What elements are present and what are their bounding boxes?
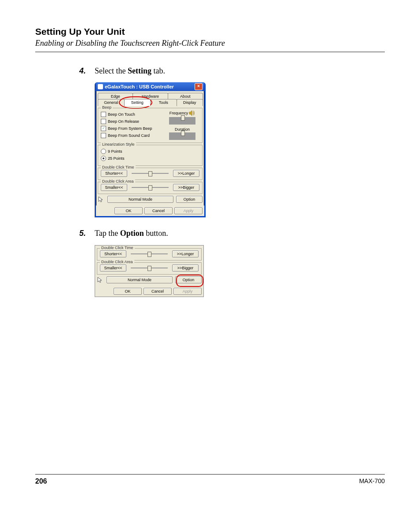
lbl-frequency: Frequency — [169, 111, 188, 115]
group-beep-legend: Beep — [101, 105, 113, 110]
step-5-text-bold: Option — [120, 229, 144, 238]
group-double-click-area-2: Double Click Area Smaller<< >>Bigger — [97, 262, 202, 275]
cursor-icon-2 — [97, 276, 104, 283]
btn-apply[interactable]: Apply — [174, 207, 203, 214]
slider-dca-2[interactable] — [131, 268, 168, 268]
btn-bigger-2[interactable]: >>Bigger — [172, 264, 199, 272]
svg-marker-0 — [189, 110, 192, 116]
chk-beep-soundcard[interactable] — [101, 133, 106, 138]
dialog-button-row: OK Cancel Apply — [96, 205, 204, 216]
btn-longer[interactable]: >>Longer — [173, 170, 199, 177]
step-4: 4. Select the Setting tab. — [35, 66, 385, 76]
group-double-click-area: Double Click Area Smaller<< >>Bigger — [98, 182, 203, 194]
step-5-text-pre: Tap the — [95, 229, 120, 238]
slider-frequency[interactable] — [169, 117, 195, 125]
step-4-text-bold: Setting — [128, 66, 151, 75]
window-title: eGalaxTouch : USB Controller — [105, 82, 174, 91]
step-4-number: 4. — [79, 66, 86, 76]
btn-normal-mode[interactable]: Normal Mode — [107, 196, 173, 203]
btn-ok[interactable]: OK — [114, 207, 143, 214]
group-dct-legend: Double Click Time — [101, 165, 136, 169]
lbl-25-points: 25 Points — [108, 156, 125, 161]
btn-shorter-2[interactable]: Shorter<< — [100, 250, 126, 257]
radio-9-points[interactable] — [101, 149, 106, 154]
btn-ok-2[interactable]: OK — [114, 288, 142, 295]
cursor-icon — [98, 196, 105, 203]
chk-beep-system[interactable]: ✓ — [101, 126, 106, 131]
tab-display[interactable]: Display — [177, 99, 203, 106]
btn-option[interactable]: Option — [176, 196, 203, 203]
btn-cancel[interactable]: Cancel — [144, 207, 173, 214]
tab-strip: Edge Compensation Hardware About General… — [98, 93, 203, 106]
dialog-button-row-2: OK Cancel Apply — [95, 286, 203, 297]
btn-cancel-2[interactable]: Cancel — [144, 288, 172, 295]
step-5-text-post: button. — [144, 229, 168, 238]
lbl-beep-system: Beep From System Beep — [108, 126, 152, 131]
group-double-click-time-2: Double Click Time Shorter<< >>Longer — [97, 248, 202, 261]
group-dca-legend-2: Double Click Area — [100, 260, 134, 264]
screenshot-dialog-1: eGalaxTouch : USB Controller × Edge Comp… — [95, 82, 206, 217]
group-linearization: Linearization Style 9 Points 25 Points — [98, 145, 203, 166]
step-5: 5. Tap the Option button. — [35, 228, 385, 238]
page-number: 206 — [35, 477, 47, 485]
group-dca-legend: Double Click Area — [101, 179, 135, 183]
lbl-9-points: 9 Points — [108, 149, 122, 154]
step-4-text-pre: Select the — [95, 66, 128, 75]
tab-setting[interactable]: Setting — [124, 99, 151, 106]
btn-normal-mode-2[interactable]: Normal Mode — [107, 276, 173, 283]
slider-duration[interactable] — [169, 132, 195, 140]
group-beep: Beep Beep On Touch Beep On Release ✓Beep… — [98, 108, 203, 143]
btn-bigger[interactable]: >>Bigger — [173, 184, 199, 191]
btn-smaller[interactable]: Smaller<< — [101, 184, 127, 191]
section-title: Enabling or Disabling the Touchscreen Ri… — [35, 39, 385, 48]
lbl-beep-on-touch: Beep On Touch — [108, 112, 135, 117]
step-4-text-post: tab. — [151, 66, 165, 75]
btn-shorter[interactable]: Shorter<< — [101, 170, 127, 177]
group-double-click-time: Double Click Time Shorter<< >>Longer — [98, 168, 203, 180]
slider-dca[interactable] — [132, 187, 169, 188]
btn-longer-2[interactable]: >>Longer — [172, 250, 199, 257]
tab-tools[interactable]: Tools — [150, 99, 177, 106]
screenshot-dialog-2: Double Click Time Shorter<< >>Longer Dou… — [95, 245, 204, 297]
chapter-title: Setting Up Your Unit — [35, 26, 385, 37]
app-icon — [98, 84, 103, 89]
lbl-beep-on-release: Beep On Release — [108, 119, 139, 124]
chk-beep-on-touch[interactable] — [101, 112, 106, 117]
chk-beep-on-release[interactable] — [101, 119, 106, 124]
radio-25-points[interactable] — [101, 156, 106, 161]
btn-option-2[interactable]: Option — [175, 276, 202, 283]
btn-apply-2[interactable]: Apply — [173, 288, 202, 295]
slider-dct[interactable] — [132, 173, 169, 174]
speaker-icon — [189, 110, 195, 116]
lbl-beep-soundcard: Beep From Sound Card — [108, 133, 150, 138]
close-icon[interactable]: × — [195, 83, 203, 90]
model-number: MAX-700 — [359, 477, 385, 485]
group-linearization-legend: Linearization Style — [101, 142, 136, 147]
slider-dct-2[interactable] — [131, 253, 168, 254]
btn-smaller-2[interactable]: Smaller<< — [100, 264, 126, 272]
page-footer: 206 MAX-700 — [35, 474, 385, 485]
titlebar: eGalaxTouch : USB Controller × — [96, 82, 204, 91]
step-5-number: 5. — [79, 228, 86, 238]
header-rule — [35, 51, 385, 52]
group-dct-legend-2: Double Click Time — [100, 246, 135, 250]
